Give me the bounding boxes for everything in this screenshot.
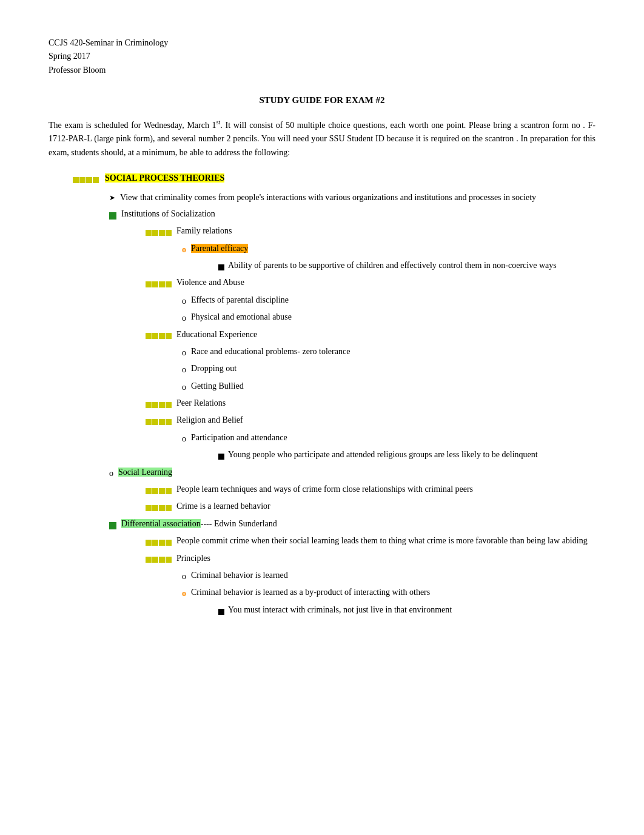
black-sq-bullet-interact	[218, 605, 224, 618]
item-peer-relations: Peer Relations	[146, 397, 595, 411]
yellow-sq-bullet-crime-learned	[146, 501, 174, 514]
item-you-must-interact: You must interact with criminals, not ju…	[218, 603, 595, 618]
o-bullet-race: o	[182, 346, 186, 360]
yellow-sq-bullet-education	[146, 329, 174, 343]
o-orange-bullet-parental: o	[182, 243, 186, 257]
o-bullet-participation: o	[182, 432, 186, 446]
outline-section: SOCIAL PROCESS THEORIES ➤ View that crim…	[73, 172, 595, 618]
section-title-text: SOCIAL PROCESS THEORIES	[105, 173, 224, 183]
green-arrow-bullet-diff	[109, 518, 116, 532]
item-ability-parents: Ability of parents to be supportive of c…	[218, 259, 595, 273]
item-dropping-out: o Dropping out	[182, 362, 595, 377]
parental-efficacy-text: Parental efficacy	[191, 244, 248, 253]
item-social-learning: o Social Learning	[109, 466, 595, 480]
item-crime-learned: Crime is a learned behavior	[146, 500, 595, 514]
black-sq-bullet-ability	[218, 260, 224, 273]
item-principles: Principles	[146, 552, 595, 566]
o-green-bullet-social: o	[109, 467, 113, 480]
item-physical-abuse: o Physical and emotional abuse	[182, 310, 595, 325]
yellow-square-bullets	[73, 173, 101, 186]
item-view-criminality: ➤ View that criminality comes from peopl…	[109, 191, 595, 204]
header-line3: Professor Bloom	[49, 64, 595, 77]
section-social-process-theories: SOCIAL PROCESS THEORIES	[73, 172, 595, 186]
item-young-people: Young people who participate and attende…	[218, 448, 595, 463]
o-bullet-dropping: o	[182, 363, 186, 377]
item-participation: o Participation and attendance	[182, 431, 595, 446]
o-bullet-bullied: o	[182, 381, 186, 394]
item-people-commit: People commit crime when their social le…	[146, 534, 595, 549]
item-differential-association: Differential association---- Edwin Sunde…	[109, 517, 595, 532]
black-sq-bullet-young	[218, 449, 224, 463]
o-bullet-physical: o	[182, 312, 186, 325]
page-title: STUDY GUIDE FOR EXAM #2	[49, 95, 595, 106]
item-educational-experience: Educational Experience	[146, 328, 595, 343]
o-orange-bullet-byproduct: o	[182, 587, 186, 600]
item-violence-abuse: Violence and Abuse	[146, 276, 595, 290]
item-effects-discipline: o Effects of parental discipline	[182, 293, 595, 308]
social-learning-text: Social Learning	[118, 468, 172, 477]
header-line2: Spring 2017	[49, 50, 595, 63]
item-criminal-byproduct: o Criminal behavior is learned as a by-p…	[182, 586, 595, 600]
item-religion-belief: Religion and Belief	[146, 414, 595, 428]
yellow-sq-bullet-people-commit	[146, 535, 174, 549]
o-bullet-criminal-learned: o	[182, 570, 186, 583]
header-line1: CCJS 420-Seminar in Criminology	[49, 36, 595, 50]
item-criminal-learned: o Criminal behavior is learned	[182, 569, 595, 583]
item-parental-efficacy: o Parental efficacy	[182, 242, 595, 257]
green-arrow-bullet-1	[109, 209, 116, 222]
arrow-bullet-1: ➤	[109, 192, 115, 204]
item-getting-bullied: o Getting Bullied	[182, 380, 595, 394]
yellow-sq-bullet-people-learn	[146, 484, 174, 497]
differential-association-text: Differential association	[121, 519, 201, 528]
item-institutions-socialization: Institutions of Socialization	[109, 207, 595, 222]
item-race-education: o Race and educational problems- zero to…	[182, 345, 595, 360]
yellow-sq-bullet-peer	[146, 398, 174, 411]
yellow-sq-bullet-principles	[146, 553, 174, 566]
document-header: CCJS 420-Seminar in Criminology Spring 2…	[49, 36, 595, 77]
item-family-relations: Family relations	[146, 224, 595, 239]
yellow-sq-bullet-family	[146, 226, 174, 239]
yellow-sq-bullet-religion	[146, 415, 174, 428]
intro-paragraph: The exam is scheduled for Wednesday, Mar…	[49, 118, 595, 159]
item-people-learn: People learn techniques and ways of crim…	[146, 483, 595, 497]
yellow-sq-bullet-violence	[146, 277, 174, 290]
o-bullet-effects: o	[182, 295, 186, 308]
